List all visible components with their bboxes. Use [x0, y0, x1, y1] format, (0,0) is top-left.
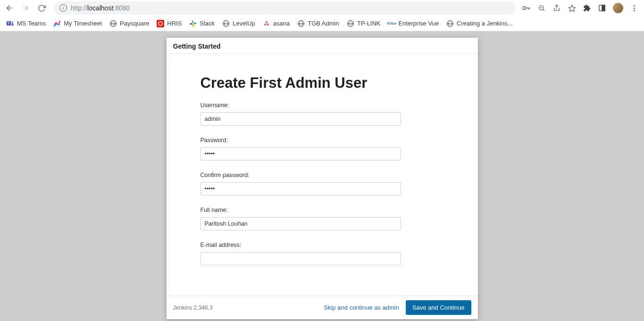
browser-toolbar: i http://localhost:8080 — [0, 0, 644, 16]
url-text: http://localhost:8080 — [71, 4, 130, 12]
svg-rect-18 — [192, 20, 193, 23]
fullname-label: Full name: — [201, 207, 444, 213]
svg-point-24 — [267, 23, 269, 25]
slack-icon — [189, 20, 197, 27]
bookmark-label: TGB Admin — [308, 20, 339, 27]
page-content: Getting Started Create First Admin User … — [0, 31, 644, 321]
toolbar-right-icons — [522, 3, 640, 13]
hris-icon — [157, 20, 164, 27]
zoom-icon[interactable] — [537, 4, 546, 12]
svg-line-6 — [543, 9, 544, 11]
back-button[interactable] — [4, 2, 15, 14]
share-icon[interactable] — [552, 4, 561, 12]
globe-icon — [222, 20, 230, 27]
extensions-icon[interactable] — [583, 4, 591, 12]
bookmark-my-timesheet[interactable]: My Timesheet — [53, 20, 102, 27]
forward-button[interactable] — [20, 2, 31, 14]
bookmark-label: My Timesheet — [64, 20, 102, 27]
globe-icon — [347, 20, 354, 27]
bookmark-ms-teams[interactable]: T MS Teams — [7, 20, 46, 27]
email-input[interactable] — [201, 252, 401, 265]
save-and-continue-button[interactable]: Save and Continue — [406, 300, 471, 315]
globe-icon — [109, 20, 117, 27]
svg-point-14 — [11, 21, 13, 23]
chrome-menu-icon[interactable] — [630, 4, 638, 12]
svg-rect-21 — [190, 23, 192, 25]
reload-button[interactable] — [36, 2, 47, 14]
svg-rect-20 — [192, 24, 194, 27]
email-label: E-mail address: — [201, 242, 444, 248]
field-username: Username: — [201, 102, 444, 126]
devtools-panel-icon[interactable] — [598, 4, 606, 12]
url-host: localhost — [87, 4, 113, 12]
bookmark-label: MS Teams — [17, 20, 46, 27]
confirm-password-input[interactable] — [201, 182, 401, 195]
password-key-icon[interactable] — [522, 4, 531, 12]
evue-icon: EVue — [388, 20, 396, 27]
field-confirm-password: Confirm password: — [201, 172, 444, 195]
username-input[interactable] — [201, 112, 401, 126]
page-title: Create First Admin User — [201, 75, 444, 92]
bookmark-tp-link[interactable]: TP-LINK — [347, 20, 381, 27]
site-info-icon[interactable]: i — [59, 4, 67, 12]
bookmark-label: asana — [273, 20, 290, 27]
bookmark-asana[interactable]: asana — [263, 20, 290, 27]
address-bar[interactable]: i http://localhost:8080 — [54, 1, 516, 15]
wizard-header: Getting Started — [167, 38, 478, 54]
svg-point-23 — [264, 23, 267, 25]
profile-avatar[interactable] — [613, 3, 623, 13]
bookmark-enterprise-vue[interactable]: EVue Enterprise Vue — [388, 20, 439, 27]
svg-rect-3 — [526, 8, 530, 8]
bookmark-tgb-admin[interactable]: TGB Admin — [297, 20, 339, 27]
bookmark-label: TP-LINK — [357, 20, 381, 27]
teams-icon: T — [7, 20, 14, 27]
svg-rect-11 — [602, 5, 605, 11]
bookmark-label: Paysquare — [120, 20, 149, 27]
svg-point-2 — [523, 7, 526, 9]
bookmark-label: Creating a Jenkins... — [457, 20, 513, 27]
bookmark-label: HRIS — [167, 20, 182, 27]
field-password: Password: — [201, 137, 444, 160]
bookmark-label: Enterprise Vue — [399, 20, 439, 27]
bookmark-levelup[interactable]: LevelUp — [222, 20, 255, 27]
bookmark-star-icon[interactable] — [568, 4, 576, 12]
asana-icon — [263, 20, 270, 27]
svg-rect-15 — [11, 23, 14, 26]
password-input[interactable] — [201, 147, 401, 160]
setup-wizard-card: Getting Started Create First Admin User … — [167, 38, 478, 319]
svg-text:T: T — [8, 22, 10, 25]
password-label: Password: — [201, 137, 444, 144]
svg-point-22 — [266, 21, 268, 23]
wizard-body: Create First Admin User Username: Passwo… — [167, 54, 478, 296]
confirm-password-label: Confirm password: — [201, 172, 444, 178]
bookmark-slack[interactable]: Slack — [189, 20, 215, 27]
bookmark-label: LevelUp — [233, 20, 255, 27]
bookmark-creating-jenkins[interactable]: Creating a Jenkins... — [446, 20, 513, 27]
bookmarks-bar: T MS Teams My Timesheet Paysquare HRIS S… — [0, 16, 644, 31]
url-port: :8080 — [113, 4, 130, 12]
svg-rect-19 — [193, 23, 196, 24]
url-prefix: http:// — [71, 4, 87, 12]
username-label: Username: — [201, 102, 444, 109]
field-email: E-mail address: — [201, 242, 444, 265]
svg-marker-9 — [569, 5, 575, 11]
jenkins-version: Jenkins 2.346.3 — [173, 304, 324, 311]
field-fullname: Full name: — [201, 207, 444, 230]
bookmark-hris[interactable]: HRIS — [157, 20, 182, 27]
wizard-footer: Jenkins 2.346.3 Skip and continue as adm… — [167, 296, 478, 319]
globe-icon — [297, 20, 305, 27]
globe-icon — [446, 20, 454, 27]
fullname-input[interactable] — [201, 217, 401, 230]
svg-rect-16 — [157, 20, 164, 27]
svg-rect-4 — [529, 8, 530, 9]
timesheet-icon — [53, 20, 61, 27]
bookmark-paysquare[interactable]: Paysquare — [109, 20, 149, 27]
skip-link[interactable]: Skip and continue as admin — [324, 304, 399, 311]
bookmark-label: Slack — [200, 20, 215, 27]
